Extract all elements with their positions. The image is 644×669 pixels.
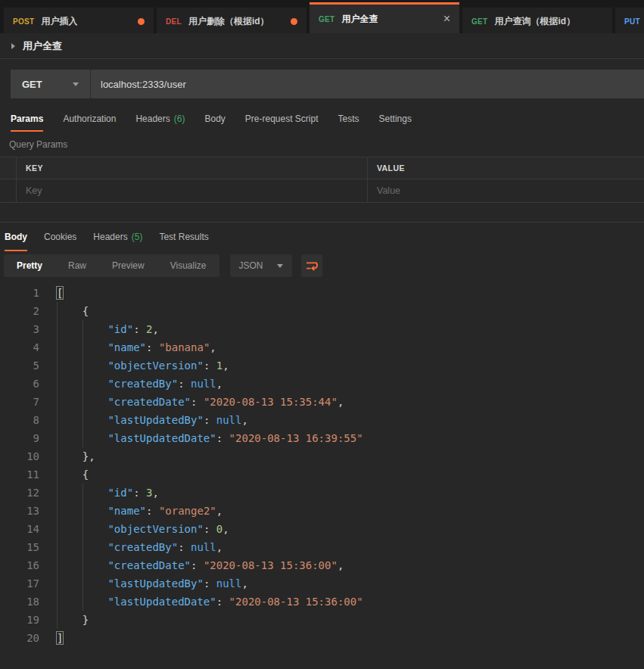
query-params-table: KEY VALUE	[0, 157, 644, 203]
indent-guide	[82, 574, 83, 593]
code-text: }	[57, 611, 89, 629]
request-name-row: 用户全查	[0, 33, 644, 59]
tab-raw[interactable]: Raw	[55, 254, 99, 277]
view-switcher: PrettyRawPreviewVisualize	[4, 254, 219, 277]
code-line: 7 "createdDate": "2020-08-13 15:35:44",	[0, 393, 644, 411]
line-number: 13	[0, 502, 39, 520]
format-select[interactable]: JSON	[230, 254, 292, 277]
wrap-text-button[interactable]	[301, 254, 322, 277]
key-column-header: KEY	[26, 163, 43, 173]
code-text: "objectVersion": 0,	[57, 520, 229, 538]
code-text: [	[57, 284, 63, 302]
collapse-caret-icon[interactable]	[11, 43, 15, 49]
tab-headers[interactable]: Headers(5)	[93, 222, 142, 251]
indent-guide	[57, 447, 58, 465]
key-input[interactable]	[26, 185, 358, 196]
tab-test-results[interactable]: Test Results	[159, 222, 208, 251]
code-text: "createdBy": null,	[57, 538, 222, 556]
line-number: 12	[0, 484, 39, 502]
query-params-label: Query Params	[0, 132, 644, 151]
tab-pre-request-script[interactable]: Pre-request Script	[245, 106, 319, 132]
line-number: 17	[0, 574, 39, 593]
window-tab[interactable]: GET用户全查×	[310, 2, 459, 33]
url-row: GET	[0, 59, 644, 106]
indent-guide	[57, 593, 58, 611]
line-number: 20	[0, 629, 39, 647]
tab-label: Params	[11, 114, 43, 124]
tab-body[interactable]: Body	[5, 222, 27, 251]
format-label: JSON	[239, 260, 263, 271]
tab-params[interactable]: Params	[11, 106, 43, 132]
tab-label: Headers	[93, 232, 127, 242]
indent-guide	[82, 393, 83, 411]
tab-cookies[interactable]: Cookies	[44, 222, 76, 251]
close-icon[interactable]: ×	[443, 13, 450, 25]
tab-authorization[interactable]: Authorization	[63, 106, 116, 132]
response-section: BodyCookiesHeaders(5)Test Results Pretty…	[0, 222, 644, 647]
line-number: 3	[0, 320, 39, 338]
tab-tests[interactable]: Tests	[338, 106, 359, 132]
line-number: 6	[0, 375, 39, 393]
code-text: "lastUpdatedDate": "2020-08-13 16:39:55"	[57, 429, 363, 447]
line-number: 4	[0, 338, 39, 356]
value-input[interactable]	[377, 185, 635, 196]
line-number: 7	[0, 393, 39, 411]
tab-preview[interactable]: Preview	[99, 254, 157, 277]
code-line: 20]	[0, 629, 644, 647]
method-select[interactable]: GET	[11, 70, 91, 98]
indent-guide	[82, 484, 83, 502]
response-tabs: BodyCookiesHeaders(5)Test Results	[0, 222, 644, 251]
code-line: 9 "lastUpdatedDate": "2020-08-13 16:39:5…	[0, 429, 644, 447]
code-text: "name": "orange2",	[57, 502, 222, 520]
line-number: 15	[0, 538, 39, 556]
row-gutter	[0, 157, 17, 179]
code-line: 10 },	[0, 447, 644, 465]
code-line: 1[	[0, 284, 644, 302]
code-text: "createdDate": "2020-08-13 15:36:00",	[57, 556, 344, 574]
line-number: 18	[0, 593, 39, 611]
chevron-down-icon	[73, 82, 79, 86]
indent-guide	[57, 356, 58, 375]
method-badge: PUT	[624, 17, 640, 26]
indent-guide	[82, 338, 83, 356]
tab-count: (6)	[174, 114, 185, 124]
line-number: 19	[0, 611, 39, 629]
window-tab[interactable]: DEL用户删除（根据id）	[157, 8, 306, 33]
code-line: 13 "name": "orange2",	[0, 502, 644, 520]
line-number: 10	[0, 447, 39, 465]
code-text: "id": 2,	[57, 320, 159, 338]
indent-guide	[57, 393, 58, 411]
indent-guide	[82, 520, 83, 538]
wrap-text-icon	[305, 259, 319, 272]
tab-label: Visualize	[170, 260, 207, 271]
window-tab[interactable]: POST用户插入	[4, 8, 154, 33]
window-tab[interactable]: GET用户查询（根据id）	[462, 8, 612, 33]
indent-guide	[57, 611, 58, 629]
tab-visualize[interactable]: Visualize	[157, 254, 219, 277]
url-input[interactable]	[91, 70, 644, 98]
tab-label: Cookies	[44, 232, 76, 242]
window-tab[interactable]: PUT	[615, 8, 644, 33]
code-line: 12 "id": 3,	[0, 484, 644, 502]
response-body-viewer[interactable]: 1[2 {3 "id": 2,4 "name": "banana",5 "obj…	[0, 277, 644, 647]
tab-headers[interactable]: Headers(6)	[135, 106, 185, 132]
indent-guide	[57, 502, 58, 520]
tab-pretty[interactable]: Pretty	[4, 254, 55, 277]
code-text: ]	[57, 629, 63, 647]
tab-body[interactable]: Body	[204, 106, 225, 132]
code-text: "createdDate": "2020-08-13 15:35:44",	[57, 393, 344, 411]
code-line: 11 {	[0, 465, 644, 484]
table-row	[0, 179, 644, 202]
code-text: "id": 3,	[57, 484, 159, 502]
line-number: 2	[0, 302, 39, 320]
indent-guide	[57, 320, 58, 338]
tab-label: Body	[204, 114, 225, 124]
tab-settings[interactable]: Settings	[379, 106, 412, 132]
indent-guide	[57, 574, 58, 593]
tab-label: Settings	[379, 114, 412, 124]
code-text: {	[57, 465, 89, 484]
code-line: 5 "objectVersion": 1,	[0, 356, 644, 375]
indent-guide	[82, 320, 83, 338]
indent-guide	[57, 484, 58, 502]
indent-guide	[82, 356, 83, 375]
